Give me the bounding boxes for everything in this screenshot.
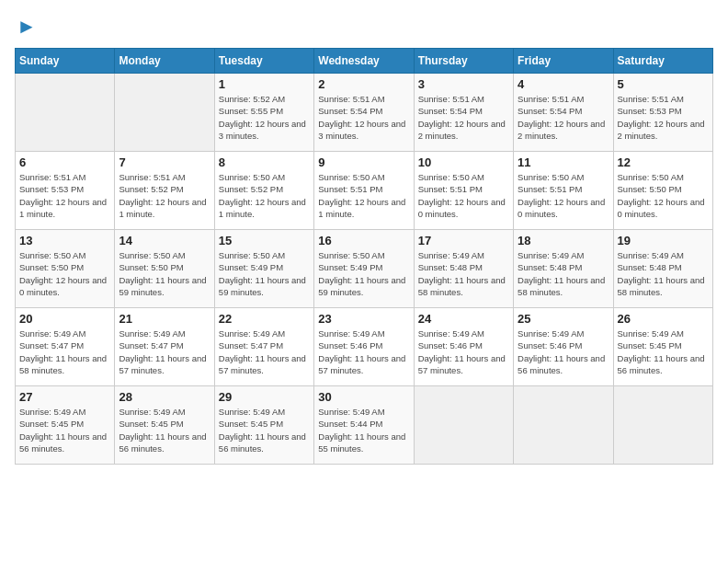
calendar-cell	[514, 386, 613, 465]
weekday-header-tuesday: Tuesday	[214, 49, 313, 74]
calendar-cell: 12Sunrise: 5:50 AMSunset: 5:50 PMDayligh…	[613, 152, 712, 230]
day-number: 5	[618, 77, 709, 91]
calendar-table: SundayMondayTuesdayWednesdayThursdayFrid…	[15, 48, 713, 465]
day-info: Sunrise: 5:49 AMSunset: 5:45 PMDaylight:…	[618, 327, 709, 376]
calendar-cell: 26Sunrise: 5:49 AMSunset: 5:45 PMDayligh…	[613, 308, 712, 386]
day-info: Sunrise: 5:49 AMSunset: 5:46 PMDaylight:…	[418, 327, 509, 376]
calendar-cell: 13Sunrise: 5:50 AMSunset: 5:50 PMDayligh…	[16, 230, 115, 308]
day-info: Sunrise: 5:50 AMSunset: 5:50 PMDaylight:…	[618, 171, 709, 220]
day-number: 20	[19, 312, 110, 326]
weekday-header-monday: Monday	[115, 49, 214, 74]
calendar-week-row: 20Sunrise: 5:49 AMSunset: 5:47 PMDayligh…	[16, 308, 713, 386]
day-info: Sunrise: 5:49 AMSunset: 5:47 PMDaylight:…	[19, 327, 110, 376]
day-number: 2	[318, 77, 409, 91]
calendar-cell	[16, 74, 115, 152]
day-number: 3	[418, 77, 509, 91]
day-info: Sunrise: 5:51 AMSunset: 5:53 PMDaylight:…	[19, 171, 110, 220]
day-number: 19	[618, 234, 709, 247]
calendar-week-row: 1Sunrise: 5:52 AMSunset: 5:55 PMDaylight…	[16, 74, 713, 152]
day-number: 1	[219, 77, 310, 91]
day-number: 22	[219, 312, 310, 326]
day-info: Sunrise: 5:51 AMSunset: 5:53 PMDaylight:…	[618, 93, 709, 142]
day-info: Sunrise: 5:50 AMSunset: 5:49 PMDaylight:…	[318, 249, 409, 298]
calendar-cell: 19Sunrise: 5:49 AMSunset: 5:48 PMDayligh…	[613, 230, 712, 308]
day-info: Sunrise: 5:49 AMSunset: 5:48 PMDaylight:…	[618, 249, 709, 298]
day-info: Sunrise: 5:49 AMSunset: 5:47 PMDaylight:…	[119, 327, 210, 376]
day-info: Sunrise: 5:49 AMSunset: 5:47 PMDaylight:…	[219, 327, 310, 376]
day-info: Sunrise: 5:52 AMSunset: 5:55 PMDaylight:…	[219, 93, 310, 142]
calendar-cell: 11Sunrise: 5:50 AMSunset: 5:51 PMDayligh…	[514, 152, 613, 230]
calendar-cell: 21Sunrise: 5:49 AMSunset: 5:47 PMDayligh…	[115, 308, 214, 386]
day-number: 15	[219, 234, 310, 247]
day-number: 11	[518, 155, 609, 169]
day-info: Sunrise: 5:49 AMSunset: 5:45 PMDaylight:…	[219, 406, 310, 454]
logo: ►	[15, 15, 37, 39]
header: ►	[15, 15, 713, 39]
day-number: 7	[119, 155, 210, 169]
calendar-cell: 17Sunrise: 5:49 AMSunset: 5:48 PMDayligh…	[414, 230, 513, 308]
day-number: 9	[318, 155, 409, 169]
day-number: 8	[219, 155, 310, 169]
calendar-cell: 18Sunrise: 5:49 AMSunset: 5:48 PMDayligh…	[514, 230, 613, 308]
day-number: 29	[219, 390, 310, 404]
day-info: Sunrise: 5:50 AMSunset: 5:49 PMDaylight:…	[219, 249, 310, 298]
calendar-cell: 2Sunrise: 5:51 AMSunset: 5:54 PMDaylight…	[314, 74, 414, 152]
calendar-cell	[414, 386, 513, 465]
day-info: Sunrise: 5:50 AMSunset: 5:51 PMDaylight:…	[518, 171, 609, 220]
calendar-cell: 14Sunrise: 5:50 AMSunset: 5:50 PMDayligh…	[115, 230, 214, 308]
weekday-header-saturday: Saturday	[613, 49, 712, 74]
day-number: 18	[518, 234, 609, 247]
weekday-header-sunday: Sunday	[16, 49, 115, 74]
day-number: 14	[119, 234, 210, 247]
day-info: Sunrise: 5:49 AMSunset: 5:48 PMDaylight:…	[518, 249, 609, 298]
day-info: Sunrise: 5:49 AMSunset: 5:46 PMDaylight:…	[518, 327, 609, 376]
calendar-cell: 6Sunrise: 5:51 AMSunset: 5:53 PMDaylight…	[16, 152, 115, 230]
calendar-cell: 22Sunrise: 5:49 AMSunset: 5:47 PMDayligh…	[214, 308, 313, 386]
weekday-header-thursday: Thursday	[414, 49, 513, 74]
day-info: Sunrise: 5:51 AMSunset: 5:52 PMDaylight:…	[119, 171, 210, 220]
day-info: Sunrise: 5:49 AMSunset: 5:46 PMDaylight:…	[318, 327, 409, 376]
calendar-cell: 16Sunrise: 5:50 AMSunset: 5:49 PMDayligh…	[314, 230, 414, 308]
day-info: Sunrise: 5:50 AMSunset: 5:51 PMDaylight:…	[418, 171, 509, 220]
day-info: Sunrise: 5:50 AMSunset: 5:51 PMDaylight:…	[318, 171, 409, 220]
calendar-cell: 25Sunrise: 5:49 AMSunset: 5:46 PMDayligh…	[514, 308, 613, 386]
day-info: Sunrise: 5:51 AMSunset: 5:54 PMDaylight:…	[418, 93, 509, 142]
day-info: Sunrise: 5:49 AMSunset: 5:48 PMDaylight:…	[418, 249, 509, 298]
calendar-cell: 7Sunrise: 5:51 AMSunset: 5:52 PMDaylight…	[115, 152, 214, 230]
calendar-cell: 29Sunrise: 5:49 AMSunset: 5:45 PMDayligh…	[214, 386, 313, 465]
calendar-cell: 1Sunrise: 5:52 AMSunset: 5:55 PMDaylight…	[214, 74, 313, 152]
calendar-cell: 5Sunrise: 5:51 AMSunset: 5:53 PMDaylight…	[613, 74, 712, 152]
day-number: 10	[418, 155, 509, 169]
weekday-header-wednesday: Wednesday	[314, 49, 414, 74]
logo-arrow-icon: ►	[17, 15, 37, 39]
day-number: 30	[318, 390, 409, 404]
day-number: 28	[119, 390, 210, 404]
calendar-cell: 23Sunrise: 5:49 AMSunset: 5:46 PMDayligh…	[314, 308, 414, 386]
calendar-cell: 20Sunrise: 5:49 AMSunset: 5:47 PMDayligh…	[16, 308, 115, 386]
day-number: 26	[618, 312, 709, 326]
day-info: Sunrise: 5:50 AMSunset: 5:50 PMDaylight:…	[19, 249, 110, 298]
calendar-cell: 30Sunrise: 5:49 AMSunset: 5:44 PMDayligh…	[314, 386, 414, 465]
calendar-cell	[613, 386, 712, 465]
calendar-cell: 28Sunrise: 5:49 AMSunset: 5:45 PMDayligh…	[115, 386, 214, 465]
day-number: 27	[19, 390, 110, 404]
calendar-cell: 8Sunrise: 5:50 AMSunset: 5:52 PMDaylight…	[214, 152, 313, 230]
calendar-cell: 3Sunrise: 5:51 AMSunset: 5:54 PMDaylight…	[414, 74, 513, 152]
day-info: Sunrise: 5:49 AMSunset: 5:44 PMDaylight:…	[318, 406, 409, 454]
day-number: 24	[418, 312, 509, 326]
day-info: Sunrise: 5:50 AMSunset: 5:50 PMDaylight:…	[119, 249, 210, 298]
calendar-cell: 10Sunrise: 5:50 AMSunset: 5:51 PMDayligh…	[414, 152, 513, 230]
day-number: 12	[618, 155, 709, 169]
calendar-cell: 27Sunrise: 5:49 AMSunset: 5:45 PMDayligh…	[16, 386, 115, 465]
day-info: Sunrise: 5:50 AMSunset: 5:52 PMDaylight:…	[219, 171, 310, 220]
day-number: 16	[318, 234, 409, 247]
calendar-cell: 9Sunrise: 5:50 AMSunset: 5:51 PMDaylight…	[314, 152, 414, 230]
calendar-week-row: 6Sunrise: 5:51 AMSunset: 5:53 PMDaylight…	[16, 152, 713, 230]
day-number: 6	[19, 155, 110, 169]
day-number: 13	[19, 234, 110, 247]
day-info: Sunrise: 5:49 AMSunset: 5:45 PMDaylight:…	[19, 406, 110, 454]
day-number: 25	[518, 312, 609, 326]
calendar-week-row: 27Sunrise: 5:49 AMSunset: 5:45 PMDayligh…	[16, 386, 713, 465]
calendar-cell: 4Sunrise: 5:51 AMSunset: 5:54 PMDaylight…	[514, 74, 613, 152]
weekday-header-friday: Friday	[514, 49, 613, 74]
